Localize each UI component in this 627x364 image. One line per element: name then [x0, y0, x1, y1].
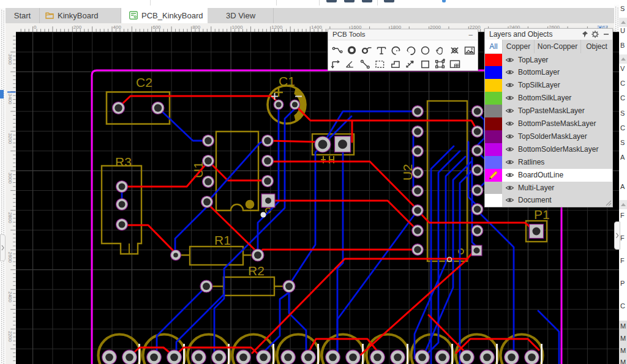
svg-text:200: 200	[73, 24, 82, 30]
svg-text:P1: P1	[534, 207, 550, 221]
svg-text:R2: R2	[248, 264, 265, 278]
svg-text:2200: 2200	[7, 331, 13, 342]
svg-text:1200: 1200	[271, 24, 282, 30]
svg-text:2600: 2600	[7, 252, 13, 263]
svg-text:3000: 3000	[7, 173, 13, 184]
svg-text:C1: C1	[279, 74, 295, 88]
svg-text:800: 800	[192, 24, 201, 30]
svg-text:3200: 3200	[7, 133, 13, 144]
svg-text:1400: 1400	[311, 24, 322, 30]
svg-text:3600: 3600	[7, 54, 13, 65]
svg-text:C2: C2	[136, 75, 152, 89]
svg-text:1000: 1000	[232, 24, 243, 30]
svg-text:0: 0	[34, 24, 37, 30]
svg-text:3400: 3400	[7, 94, 13, 105]
svg-text:R3: R3	[115, 155, 132, 169]
svg-text:R1: R1	[214, 233, 231, 247]
svg-text:400: 400	[113, 24, 122, 30]
svg-text:2800: 2800	[7, 212, 13, 223]
svg-text:2400: 2400	[7, 291, 13, 302]
svg-text:600: 600	[152, 24, 161, 30]
